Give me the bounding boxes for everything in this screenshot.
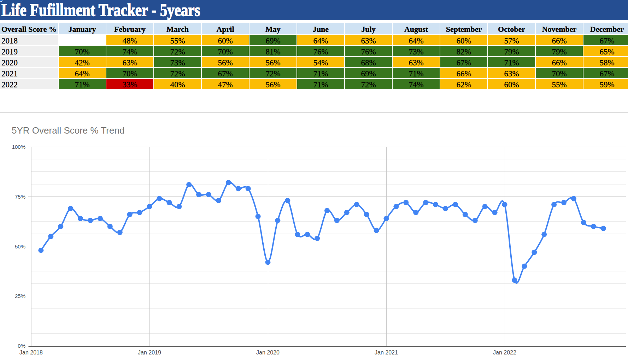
svg-text:5YR Overall Score % Trend: 5YR Overall Score % Trend	[12, 125, 124, 136]
svg-text:Jan 2022: Jan 2022	[493, 350, 516, 356]
svg-text:Jan 2019: Jan 2019	[138, 350, 161, 356]
svg-text:Jan 2020: Jan 2020	[256, 350, 280, 356]
svg-text:Jan 2021: Jan 2021	[375, 350, 398, 356]
svg-text:50%: 50%	[15, 243, 25, 249]
svg-text:100%: 100%	[12, 144, 25, 150]
svg-text:75%: 75%	[15, 194, 25, 200]
svg-text:25%: 25%	[15, 293, 25, 299]
svg-text:Jan 2018: Jan 2018	[19, 350, 43, 356]
svg-text:0%: 0%	[18, 343, 25, 349]
